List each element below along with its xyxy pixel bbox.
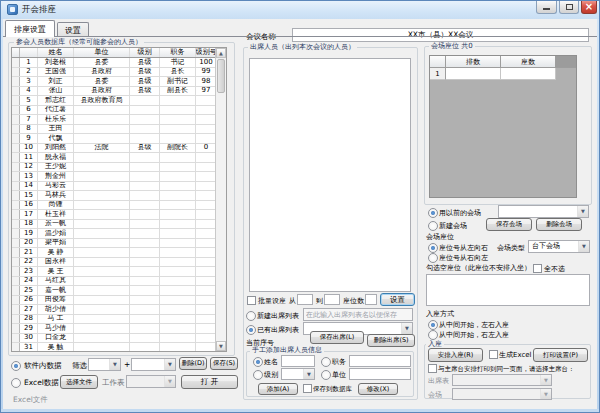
manual-position-input[interactable] (349, 355, 411, 367)
column-header-name[interactable]: 姓名 (38, 48, 74, 57)
attend-table-combo[interactable]: ▼ (452, 374, 552, 386)
venue-grid[interactable]: 排数 座数 1 (429, 55, 577, 198)
table-row[interactable]: 20梁平娟 (12, 239, 215, 249)
arrange-seating-button[interactable]: 安排入座(R) (428, 348, 483, 362)
table-row[interactable]: 16尚锺 (12, 201, 215, 211)
meeting-name-input[interactable] (292, 28, 589, 42)
table-row[interactable]: 10刘阳然法院县级副院长0 (12, 144, 215, 154)
worksheet-combo[interactable]: ▼ (126, 375, 176, 388)
modify-person-button[interactable]: 修改(X) (358, 383, 398, 395)
venue-rows-cell[interactable] (446, 68, 501, 80)
open-button[interactable]: 打 开 (181, 375, 238, 389)
table-row[interactable]: 2王国强县政府县级县长99 (12, 68, 215, 78)
radio-manual-level[interactable] (253, 370, 263, 380)
generate-excel-checkbox[interactable] (489, 350, 498, 359)
previous-venue-combo[interactable]: ▼ (498, 205, 589, 218)
table-row[interactable]: 8王田 (12, 125, 215, 135)
same-page-checkbox[interactable] (428, 364, 437, 373)
save-venue-button[interactable]: 保存会场 (486, 218, 532, 231)
delete-record-button[interactable]: 删除(D) (179, 357, 207, 370)
table-row[interactable]: 5邢志红县政府教育局 (12, 96, 215, 106)
radio-new-attend-list[interactable] (246, 311, 256, 321)
column-header-unit[interactable]: 单位 (74, 48, 130, 57)
select-none-checkbox[interactable] (533, 264, 542, 273)
table-row[interactable]: 15马林兵 (12, 191, 215, 201)
print-settings-button[interactable]: 打印设置(P) (533, 348, 588, 362)
table-row[interactable]: 3刘正县委县级副书记98 (12, 77, 215, 87)
save-record-button[interactable]: 保存(S) (210, 357, 238, 370)
maximize-button[interactable] (559, 0, 579, 14)
radio-center-right-left[interactable] (428, 330, 438, 340)
add-person-button[interactable]: 添加(A) (258, 383, 298, 395)
column-header-position[interactable]: 职务 (160, 48, 196, 57)
table-row[interactable]: 4张山县政府县级副县长97 (12, 87, 215, 97)
table-row[interactable]: 14马彩云 (12, 182, 215, 192)
filter-combo-2[interactable]: ▼ (131, 358, 176, 371)
table-row[interactable]: 1刘老根县委县级书记100 (12, 58, 215, 68)
filter-combo-1[interactable]: ▼ (88, 358, 121, 371)
delete-attendance-button[interactable]: 删除出席(S) (367, 334, 415, 347)
table-row[interactable]: 6代江薯 (12, 106, 215, 116)
radio-seat-right-to-left[interactable] (428, 253, 438, 263)
table-row[interactable]: 29马少倩 (12, 324, 215, 334)
close-button[interactable]: × (581, 0, 597, 14)
new-list-name-input[interactable] (303, 308, 413, 321)
radio-software-data[interactable] (11, 361, 21, 371)
table-row[interactable]: 19温少娟 (12, 229, 215, 239)
table-row[interactable]: 21吴 静 (12, 248, 215, 258)
table-row[interactable]: 27胡少倩 (12, 305, 215, 315)
venue-select-combo[interactable]: ▼ (452, 388, 552, 400)
batch-seats-input[interactable] (365, 294, 377, 305)
table-row[interactable]: 30口金龙 (12, 334, 215, 344)
venue-type-combo[interactable]: 台下会场▼ (528, 240, 590, 253)
people-table-scrollbar[interactable]: ▲ ▼ (215, 48, 226, 351)
batch-seat-checkbox[interactable] (247, 296, 256, 305)
empty-seat-listbox[interactable] (426, 274, 590, 306)
people-table[interactable]: 姓名 单位 级别 职务 级别号 1刘老根县委县级书记1002王国强县政府县级县长… (11, 47, 227, 352)
table-row[interactable]: 13荆金州 (12, 172, 215, 182)
tab-settings[interactable]: 设置 (57, 22, 89, 37)
radio-center-left-right[interactable] (428, 320, 438, 330)
radio-use-previous-venue[interactable] (428, 208, 438, 218)
scroll-up-icon[interactable]: ▲ (216, 48, 226, 58)
tab-seating-settings[interactable]: 排座设置 (5, 20, 55, 37)
table-row[interactable]: 18景一帆 (12, 220, 215, 230)
venue-column-rows[interactable]: 排数 (446, 56, 501, 68)
table-row[interactable]: 25嘉一帆 (12, 286, 215, 296)
table-row[interactable]: 17杜玉祥 (12, 210, 215, 220)
table-row[interactable]: 31吴 触 (12, 343, 215, 351)
radio-manual-unit[interactable] (321, 370, 331, 380)
radio-seat-left-to-right[interactable] (428, 243, 438, 253)
scrollbar-thumb[interactable] (217, 59, 225, 93)
radio-manual-position[interactable] (321, 357, 331, 367)
table-row[interactable]: 26田俊筹 (12, 296, 215, 306)
set-seats-button[interactable]: 设置 (380, 293, 415, 306)
table-row[interactable]: 7杜乐乐 (12, 115, 215, 125)
radio-excel-data[interactable] (11, 378, 21, 388)
venue-grid-row[interactable]: 1 (430, 68, 576, 80)
table-row[interactable]: 9代飘 (12, 134, 215, 144)
radio-manual-name[interactable] (253, 357, 263, 367)
scroll-down-icon[interactable]: ▼ (216, 341, 226, 351)
table-row[interactable]: 24马红其 (12, 277, 215, 287)
radio-new-venue[interactable] (428, 221, 438, 231)
column-header-levelno[interactable]: 级别号 (196, 48, 215, 57)
manual-level-combo[interactable]: ▼ (281, 368, 315, 380)
manual-name-input[interactable] (281, 355, 315, 367)
scrollbar-track[interactable] (216, 94, 226, 341)
manual-unit-input[interactable] (349, 368, 411, 380)
venue-seats-cell[interactable] (501, 68, 556, 80)
table-row[interactable]: 23吴 王 (12, 267, 215, 277)
save-to-db-checkbox[interactable] (303, 384, 312, 393)
table-row[interactable]: 11脱永福 (12, 153, 215, 163)
attendee-listbox[interactable] (249, 58, 411, 292)
batch-from-input[interactable] (297, 294, 313, 305)
table-row[interactable]: 22国永祥 (12, 258, 215, 268)
table-row[interactable]: 12王少妮 (12, 163, 215, 173)
radio-existing-attend-list[interactable] (246, 325, 256, 335)
people-table-header[interactable]: 姓名 单位 级别 职务 级别号 (12, 48, 215, 58)
venue-column-seats[interactable]: 座数 (501, 56, 556, 68)
table-row[interactable]: 28马 工 (12, 315, 215, 325)
batch-to-input[interactable] (324, 294, 340, 305)
choose-file-button[interactable]: 选择文件 (60, 375, 98, 389)
